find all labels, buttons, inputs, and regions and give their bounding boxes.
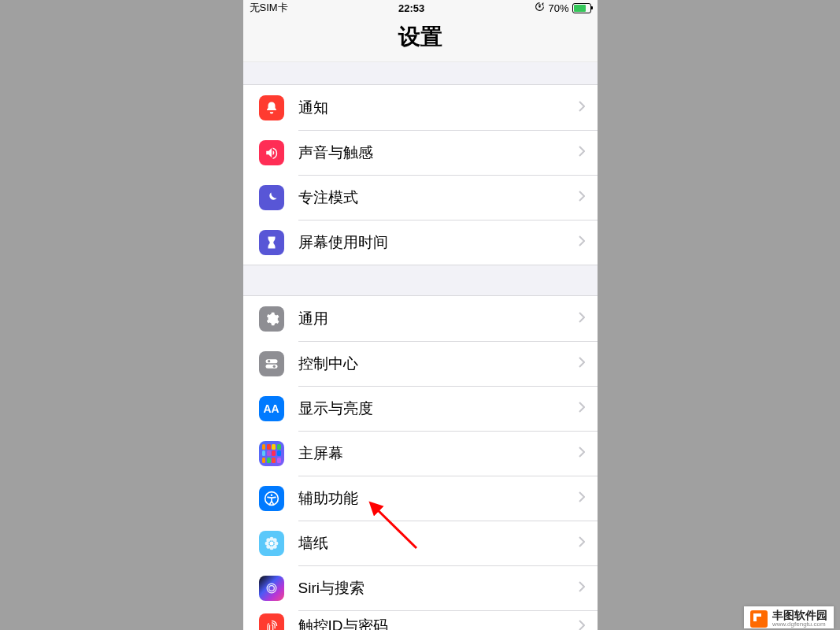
moon-icon — [259, 185, 284, 210]
accessibility-icon — [259, 486, 284, 511]
row-label: 显示与亮度 — [298, 398, 579, 419]
clock: 22:53 — [398, 2, 424, 14]
text-size-icon: AA — [259, 396, 284, 421]
settings-group-2: 通用 控制中心 AA 显示与亮度 主屏幕 — [243, 295, 598, 630]
row-wallpaper[interactable]: 墙纸 — [243, 521, 598, 565]
svg-point-2 — [268, 360, 270, 362]
watermark-title: 丰图软件园 — [772, 610, 827, 621]
row-sounds[interactable]: 声音与触感 — [243, 130, 598, 175]
carrier-label: 无SIM卡 — [250, 1, 288, 15]
row-label: 通知 — [298, 98, 579, 118]
chevron-right-icon — [579, 447, 585, 460]
row-label: 屏幕使用时间 — [298, 232, 579, 253]
row-notifications[interactable]: 通知 — [243, 85, 598, 130]
svg-point-7 — [269, 541, 273, 545]
watermark-logo-icon — [750, 610, 768, 628]
homescreen-icon — [259, 441, 284, 466]
bell-icon — [259, 95, 284, 120]
chevron-right-icon — [579, 581, 585, 595]
phone-screen: 无SIM卡 22:53 70% 设置 通知 — [243, 0, 598, 630]
battery-icon — [572, 3, 591, 13]
chevron-right-icon — [579, 536, 585, 550]
chevron-right-icon — [579, 620, 585, 631]
svg-rect-1 — [265, 359, 277, 363]
orientation-lock-icon — [535, 2, 545, 14]
row-touchid[interactable]: 触控ID与密码 — [243, 610, 598, 630]
row-label: 触控ID与密码 — [298, 616, 579, 630]
fingerprint-icon — [259, 613, 284, 630]
hourglass-icon — [259, 230, 284, 255]
svg-point-12 — [266, 538, 270, 542]
chevron-right-icon — [579, 191, 585, 204]
row-accessibility[interactable]: 辅助功能 — [243, 476, 598, 521]
chevron-right-icon — [579, 357, 585, 370]
row-label: 辅助功能 — [298, 488, 579, 509]
page-title: 设置 — [398, 24, 442, 49]
watermark: 丰图软件园 www.dgfengtu.com — [744, 606, 834, 628]
svg-point-16 — [267, 584, 276, 593]
battery-percent: 70% — [548, 2, 568, 14]
chevron-right-icon — [579, 101, 585, 114]
row-screentime[interactable]: 屏幕使用时间 — [243, 220, 598, 265]
gear-icon — [259, 306, 284, 332]
svg-rect-3 — [265, 364, 277, 368]
svg-point-14 — [266, 544, 270, 548]
row-label: Siri与搜索 — [298, 578, 579, 598]
row-label: 专注模式 — [298, 187, 579, 208]
row-label: 主屏幕 — [298, 443, 579, 464]
svg-point-6 — [270, 494, 272, 496]
row-label: 通用 — [298, 309, 579, 329]
chevron-right-icon — [579, 312, 585, 325]
row-control-center[interactable]: 控制中心 — [243, 341, 598, 386]
svg-point-4 — [272, 365, 275, 367]
chevron-right-icon — [579, 491, 585, 505]
chevron-right-icon — [579, 235, 585, 249]
row-focus[interactable]: 专注模式 — [243, 175, 598, 220]
watermark-url: www.dgfengtu.com — [772, 621, 827, 628]
row-siri[interactable]: Siri与搜索 — [243, 565, 598, 610]
siri-icon — [259, 576, 284, 601]
chevron-right-icon — [579, 402, 585, 415]
svg-point-17 — [268, 585, 274, 591]
row-general[interactable]: 通用 — [243, 296, 598, 341]
row-label: 墙纸 — [298, 533, 579, 554]
row-homescreen[interactable]: 主屏幕 — [243, 431, 598, 476]
chevron-right-icon — [579, 146, 585, 159]
row-label: 控制中心 — [298, 354, 579, 374]
svg-point-13 — [272, 538, 276, 542]
status-bar: 无SIM卡 22:53 70% — [243, 0, 598, 16]
row-label: 声音与触感 — [298, 143, 579, 163]
speaker-icon — [259, 140, 284, 165]
svg-point-15 — [272, 544, 276, 548]
row-display[interactable]: AA 显示与亮度 — [243, 386, 598, 431]
settings-group-1: 通知 声音与触感 专注模式 屏幕使用时间 — [243, 84, 598, 265]
nav-header: 设置 — [243, 16, 598, 62]
flower-icon — [259, 531, 284, 556]
switches-icon — [259, 351, 284, 376]
svg-rect-0 — [539, 6, 541, 8]
